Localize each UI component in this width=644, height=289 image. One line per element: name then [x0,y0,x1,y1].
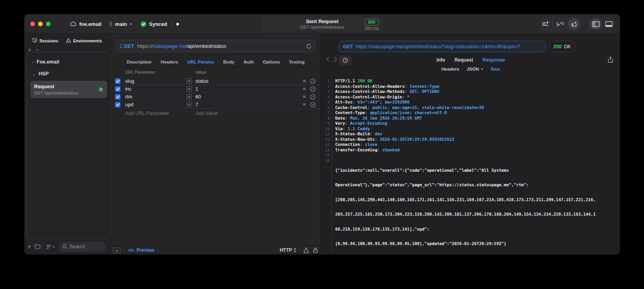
row-options-icon[interactable]: ≡ [303,86,306,92]
export-response-icon[interactable] [608,56,613,63]
sent-request-subtitle: GET /api/embed/status [300,25,344,29]
param-row-rtm[interactable]: rtm = 60 ≡ [111,93,321,101]
preview-label: Preview [137,247,154,253]
sync-status[interactable]: Synced [149,21,167,27]
subtab-headers[interactable]: Headers [441,67,459,71]
tab-url-params[interactable]: URL Params [188,60,214,64]
add-value-placeholder[interactable]: Add Value [195,111,218,116]
response-header-line: 4 Access-Control-Allow-Origin: * [321,95,620,100]
chevron-down-icon[interactable]: ▾ [130,22,132,26]
subtab-raw[interactable]: Raw [491,67,500,71]
new-folder-button[interactable] [34,244,40,249]
sent-request-summary[interactable]: Sent Request GET /api/embed/status 200 2… [262,16,382,31]
tab-response[interactable]: Response [482,57,505,63]
method-select[interactable]: GET [120,43,134,49]
add-request-button[interactable]: + [27,244,31,250]
tab-environments-label: Environments [73,38,102,43]
toggle-bottom-panel-button[interactable] [605,21,613,27]
row-options-icon[interactable]: ≡ [303,78,306,84]
remove-row-icon[interactable] [310,94,316,100]
param-name-field[interactable]: slug [125,78,134,84]
sort-list-button[interactable] [46,245,55,249]
equals-icon: = [186,94,192,100]
tree-group-hsp[interactable]: ⌄ HSP [27,68,110,80]
share-icon[interactable] [304,247,308,253]
import-export-button[interactable] [568,18,580,30]
protocol-select[interactable]: HTTP [280,247,296,253]
param-enabled-checkbox[interactable] [115,94,120,100]
close-window-button[interactable] [30,22,35,26]
chevron-down-icon[interactable]: ⌄ [32,72,35,76]
param-name-field[interactable]: upd [125,102,133,107]
equals-icon: = [186,78,192,84]
param-value-field[interactable]: 60 [195,94,201,100]
response-raw-view[interactable]: 1 HTTP/1.1 200 OK 2 Access-Control-Allow… [321,76,620,254]
param-enabled-checkbox[interactable] [115,86,120,92]
response-url-bar[interactable]: GET https://statuspage.me/api/embed/stat… [339,41,546,52]
tab-sessions[interactable]: Sessions [32,38,58,43]
chevron-right-icon[interactable]: › [32,60,33,64]
row-options-icon[interactable]: ≡ [303,102,306,107]
sessions-tree: › Foe.email ⌄ HSP Request GET /api/embed… [27,52,111,239]
search-input[interactable]: Search [59,242,106,252]
param-value-field[interactable]: 7 [195,102,198,107]
zoom-window-button[interactable] [46,22,51,26]
remove-row-icon[interactable] [310,86,316,92]
tab-description[interactable]: Description [127,60,151,64]
success-dot-icon [99,87,103,91]
search-icon [62,244,67,249]
tab-body[interactable]: Body [223,60,235,64]
branch-name[interactable]: main [115,21,127,27]
remove-row-icon[interactable] [310,78,316,84]
chevron-down-icon [481,68,483,70]
minimize-window-button[interactable] [38,22,43,26]
status-text: OK [564,44,571,49]
toggle-left-panel-button[interactable] [590,18,602,30]
request-editor-tabs: Description Headers URL Params Body Auth… [111,56,321,67]
response-header-line: 10 Via: 1.1 Caddy [321,126,620,132]
tab-auth[interactable]: Auth [243,60,254,64]
param-name-field[interactable]: rtm [125,94,132,100]
param-row-slug[interactable]: slug = status ≡ [111,77,321,85]
param-enabled-checkbox[interactable] [115,78,120,84]
param-name-field[interactable]: inc [125,86,131,92]
lock-icon[interactable] [313,247,317,253]
project-name[interactable]: foe.email [79,21,101,27]
subtab-json-select[interactable]: JSON [467,67,483,71]
loop-sync-icon[interactable] [556,21,564,27]
param-value-field[interactable]: status [195,78,208,84]
refresh-icon[interactable] [306,44,312,49]
request-list-export-icon[interactable] [542,21,549,27]
preview-button[interactable]: </> Preview [128,247,154,253]
column-value: Value [195,70,206,75]
sidebar-request-item[interactable]: Request GET /api/embed/status [30,81,107,98]
branch-commit-icon [109,21,112,27]
param-row-upd[interactable]: upd = 7 ≡ [111,101,321,109]
tab-options[interactable]: Options [263,60,280,64]
param-value-field[interactable]: 1 [195,86,198,92]
row-options-icon[interactable]: ≡ [303,94,306,100]
tab-request[interactable]: Request [454,57,473,63]
tab-headers[interactable]: Headers [161,60,178,64]
add-param-placeholder[interactable]: Add URL Parameter [125,111,169,116]
request-url-bar[interactable]: GET https://statuspage.me/api/embed/stat… [115,40,316,52]
response-header-line: 9 Vary: Accept-Encoding [321,121,620,126]
response-header-line: 8 Date: Mon, 26 Jan 2026 20:29:59 GMT [321,116,620,121]
param-row-inc[interactable]: inc = 1 ≡ [111,85,321,93]
tab-environments[interactable]: Environments [66,38,102,43]
divider [158,247,158,253]
param-enabled-checkbox[interactable] [115,102,120,107]
tree-group-foe-email[interactable]: › Foe.email [27,56,110,68]
request-editor-footer: ▲ </> Preview HTTP [111,245,321,254]
remove-row-icon[interactable] [310,102,316,107]
add-param-row[interactable]: Add URL Parameter Add Value [111,109,321,117]
tab-testing[interactable]: Testing [289,60,305,64]
search-placeholder: Search [69,244,85,249]
response-body: 16 {"incidents":null,"overall":{"code":"… [321,158,620,255]
collapse-panel-button[interactable]: ▲ [113,247,120,253]
response-url: https://statuspage.me/api/embed/status?s… [356,44,520,49]
tree-group-label: Foe.email [36,59,59,65]
method-label: GET [124,43,134,49]
equals-icon: = [186,86,192,92]
tab-info[interactable]: Info [436,57,445,63]
